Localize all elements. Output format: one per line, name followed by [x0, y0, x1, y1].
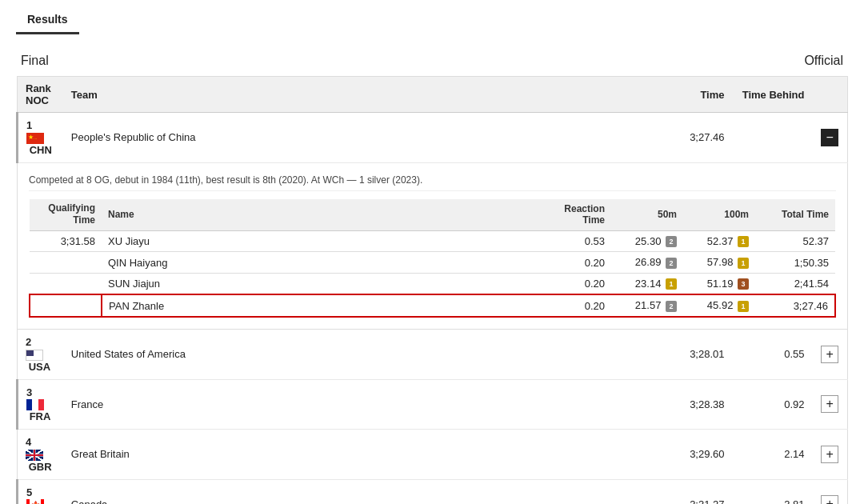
rank-noc-cell: 5 🍁 CAN: [18, 479, 63, 504]
swimmer-50m: 26.89 2: [611, 252, 683, 274]
team-name: Great Britain: [63, 430, 653, 480]
col-rank: Rank NOC: [18, 77, 63, 113]
swimmer-100m: 57.98 1: [683, 252, 755, 274]
noc-code: CHN: [30, 144, 52, 156]
time-cell: 3;29.60: [653, 430, 733, 480]
noc-code: FRA: [30, 410, 51, 422]
expand-cell[interactable]: −: [813, 113, 848, 163]
expand-cell[interactable]: +: [813, 430, 848, 480]
swimmer-row: 3;31.58 XU Jiayu 0.53 25.30 2 52.37 1 52…: [30, 230, 835, 252]
swimmer-row: SUN Jiajun 0.20 23.14 1 51.19 3 2;41.54: [30, 273, 835, 294]
results-table: Rank NOC Team Time Time Behind 1 CHN Peo…: [16, 76, 848, 504]
detail-table: QualifyingTime Name ReactionTime 50m 100…: [29, 199, 836, 318]
badge-50m: 1: [666, 278, 677, 290]
noc-code: USA: [29, 361, 50, 373]
badge-50m: 2: [666, 258, 677, 269]
team-name: Canada: [63, 479, 653, 504]
expand-cell[interactable]: +: [813, 379, 848, 430]
col-time: Time: [653, 77, 733, 113]
swimmer-name: QIN Haiyang: [102, 252, 531, 274]
expand-button[interactable]: +: [821, 446, 838, 463]
detail-cell: Competed at 8 OG, debut in 1984 (11th), …: [18, 162, 848, 329]
col-name: Name: [102, 199, 531, 231]
table-row: 3 FRA France 3;28.38 0.92 +: [18, 379, 848, 430]
swimmer-reaction: 0.20: [531, 252, 611, 274]
page-wrapper: Results Final Official Rank NOC Team Tim…: [0, 0, 864, 504]
swimmer-name: XU Jiayu: [102, 230, 531, 252]
time-cell: 3;28.01: [653, 330, 733, 380]
final-header: Final Official: [16, 46, 848, 76]
badge-50m: 2: [666, 236, 677, 247]
collapse-button[interactable]: −: [821, 129, 838, 146]
col-total: Total Time: [755, 199, 835, 231]
swimmer-total: 3;27.46: [755, 294, 835, 317]
expand-button[interactable]: +: [821, 395, 838, 413]
results-tab[interactable]: Results: [16, 8, 79, 34]
flag-gbr: [26, 450, 43, 461]
col-reaction: ReactionTime: [531, 199, 611, 231]
badge-100m: 1: [738, 258, 749, 269]
swimmer-50m: 23.14 1: [611, 273, 683, 294]
swimmer-reaction: 0.20: [531, 273, 611, 294]
behind-cell: 2.14: [733, 430, 813, 480]
col-100m: 100m: [683, 199, 755, 231]
flag-can: 🍁: [26, 499, 44, 504]
official-label: Official: [804, 54, 843, 68]
expand-button[interactable]: +: [821, 346, 838, 363]
time-cell: 3;31.27: [653, 479, 733, 504]
behind-cell: 3.81: [733, 479, 813, 504]
swimmer-qual-time: [30, 294, 102, 317]
rank-noc-cell: 4 GBR: [18, 430, 63, 480]
swimmer-100m: 45.92 1: [683, 294, 755, 317]
swimmer-100m: 51.19 3: [683, 273, 755, 294]
badge-50m: 2: [666, 301, 677, 312]
badge-100m: 1: [738, 236, 749, 247]
team-name: People's Republic of China: [63, 113, 653, 163]
swimmer-total: 2;41.54: [755, 273, 835, 294]
noc-code: GBR: [29, 461, 52, 473]
col-behind: Time Behind: [733, 77, 813, 113]
detail-header-row: QualifyingTime Name ReactionTime 50m 100…: [30, 199, 835, 231]
col-team: Team: [63, 77, 653, 113]
col-qual-time: QualifyingTime: [30, 199, 102, 231]
rank-noc-cell: 1 CHN: [18, 113, 63, 163]
expand-cell[interactable]: +: [813, 330, 848, 380]
behind-cell: [733, 113, 813, 163]
rank-noc-cell: 3 FRA: [18, 379, 63, 430]
time-cell: 3;28.38: [653, 379, 733, 430]
expand-cell[interactable]: +: [813, 479, 848, 504]
swimmer-qual-time: [30, 252, 102, 274]
swimmer-qual-time: [30, 273, 102, 294]
table-row: 4 GBR Great Britain 3;29.60 2.14 +: [18, 430, 848, 480]
swimmer-total: 52.37: [755, 230, 835, 252]
swimmer-row: PAN Zhanle 0.20 21.57 2 45.92 1 3;27.46: [30, 294, 835, 317]
table-row: 2 USA United States of America 3;28.01 0…: [18, 330, 848, 380]
final-label: Final: [21, 54, 49, 68]
behind-cell: 0.55: [733, 330, 813, 380]
col-50m: 50m: [611, 199, 683, 231]
table-header-row: Rank NOC Team Time Time Behind: [18, 77, 848, 113]
swimmer-100m: 52.37 1: [683, 230, 755, 252]
flag-usa: [26, 350, 43, 361]
swimmer-row: QIN Haiyang 0.20 26.89 2 57.98 1 1;50.35: [30, 252, 835, 274]
badge-100m: 1: [738, 301, 749, 312]
rank-noc-cell: 2 USA: [18, 330, 63, 380]
detail-row: Competed at 8 OG, debut in 1984 (11th), …: [18, 162, 848, 329]
flag-fra: [26, 399, 44, 410]
table-row: 1 CHN People's Republic of China 3;27.46…: [18, 113, 848, 163]
swimmers-body: 3;31.58 XU Jiayu 0.53 25.30 2 52.37 1 52…: [30, 230, 835, 317]
col-expand: [813, 77, 848, 113]
swimmer-50m: 25.30 2: [611, 230, 683, 252]
badge-100m: 3: [738, 278, 749, 290]
swimmer-qual-time: 3;31.58: [30, 230, 102, 252]
swimmer-name: SUN Jiajun: [102, 273, 531, 294]
expand-button[interactable]: +: [821, 495, 838, 504]
swimmer-total: 1;50.35: [755, 252, 835, 274]
swimmer-50m: 21.57 2: [611, 294, 683, 317]
detail-inner: Competed at 8 OG, debut in 1984 (11th), …: [18, 163, 847, 329]
team-name: France: [63, 379, 653, 430]
behind-cell: 0.92: [733, 379, 813, 430]
time-cell: 3;27.46: [653, 113, 733, 163]
detail-note: Competed at 8 OG, debut in 1984 (11th), …: [29, 170, 836, 191]
team-name: United States of America: [63, 330, 653, 380]
